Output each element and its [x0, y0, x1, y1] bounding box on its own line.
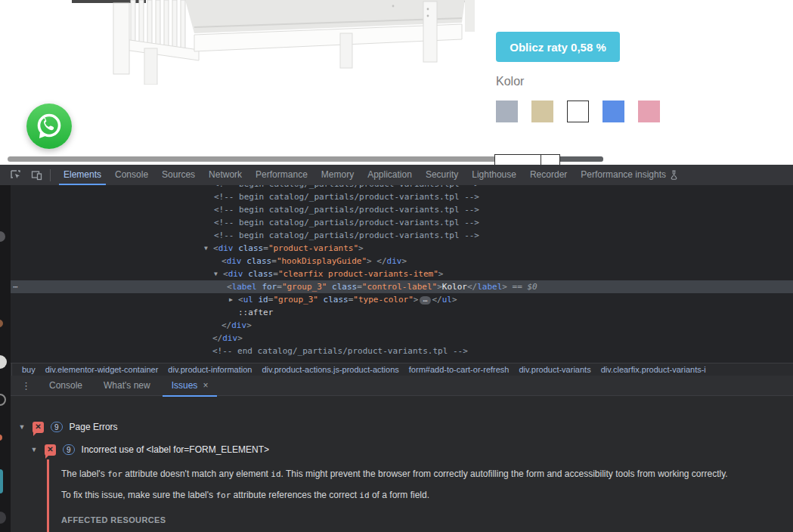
tab-label: Sources	[162, 165, 195, 185]
tab-security[interactable]: Security	[419, 165, 465, 185]
code-token: <!-- begin catalog/_partials/product-var…	[214, 192, 479, 202]
tab-lighthouse[interactable]: Lighthouse	[465, 165, 523, 185]
code-line[interactable]: <!-- end catalog/_partials/product-varia…	[11, 345, 793, 357]
code-token: =	[273, 269, 278, 279]
screen: Oblicz raty 0,58 % Kolor ElementsCon	[0, 0, 793, 532]
code-token: >	[237, 333, 243, 343]
code-line[interactable]: </div>	[11, 319, 793, 332]
code-line[interactable]: <!-- begin catalog/_partials/product-var…	[11, 203, 793, 216]
tab-sources[interactable]: Sources	[155, 165, 202, 185]
code-token: id	[271, 469, 280, 479]
code-token: <!-- begin catalog/_partials/product-var…	[214, 218, 479, 227]
code-token: "control-label"	[362, 282, 437, 292]
issue-detail: The label's for attribute doesn't match …	[47, 459, 793, 532]
tree-right-arrow-icon[interactable]: ▶	[229, 293, 233, 306]
code-token: div	[228, 269, 243, 279]
tab-elements[interactable]: Elements	[57, 165, 108, 185]
expand-children-button[interactable]: …	[420, 296, 430, 305]
swatch-blue[interactable]	[602, 101, 624, 122]
tab-application[interactable]: Application	[361, 165, 419, 185]
code-line[interactable]: <div class="hookDisplayGuide"> </div>	[11, 255, 793, 268]
tab-recorder[interactable]: Recorder	[523, 165, 574, 185]
code-token: for	[262, 282, 277, 292]
drawer-tab-issues[interactable]: Issues×	[161, 376, 219, 396]
tab-memory[interactable]: Memory	[314, 165, 361, 185]
code-line[interactable]: <!-- begin catalog/_partials/product-var…	[11, 216, 793, 229]
code-line[interactable]: ⋯<label for="group_3" class="control-lab…	[11, 280, 793, 293]
close-tab-icon[interactable]: ×	[203, 376, 208, 395]
left-edge-strip	[0, 185, 11, 532]
tab-network[interactable]: Network	[202, 165, 249, 185]
code-token: "group_3"	[282, 282, 327, 292]
page-error-icon: ✕	[33, 422, 44, 433]
code-line[interactable]: ::after	[11, 306, 793, 319]
tree-down-arrow-icon[interactable]: ▼	[204, 242, 208, 255]
code-token: id	[259, 295, 268, 305]
expand-triangle-icon[interactable]: ▼	[30, 446, 38, 453]
swatch-gray[interactable]	[496, 101, 518, 122]
swatch-pink[interactable]	[638, 101, 660, 122]
tab-label: Performance	[256, 165, 308, 185]
affected-resources-heading: AFFECTED RESOURCES	[61, 515, 166, 524]
webpage-area: Oblicz raty 0,58 % Kolor	[0, 0, 793, 165]
drawer-tab-console[interactable]: Console	[39, 376, 93, 396]
code-line[interactable]: </div>	[11, 332, 793, 345]
toolbar-divider	[50, 169, 51, 181]
text: attribute references the correct	[231, 490, 359, 500]
breadcrumb-item[interactable]: div.product-actions.js-product-actions	[262, 365, 398, 374]
installment-calculator-button[interactable]: Oblicz raty 0,58 %	[496, 32, 620, 62]
code-lines: <!-- begin catalog/_partials/product-var…	[11, 185, 793, 357]
issue-title: Incorrect use of <label for=FORM_ELEMENT…	[82, 444, 269, 455]
drawer-tab-what-s-new[interactable]: What's new	[93, 376, 161, 396]
node-options-icon[interactable]: ⋯	[13, 280, 19, 293]
devtools-tabbar: ElementsConsoleSourcesNetworkPerformance…	[0, 165, 793, 185]
swatch-beige[interactable]	[531, 101, 553, 122]
elements-tree: <!-- begin catalog/_partials/product-var…	[11, 185, 793, 363]
tab-performance[interactable]: Performance	[249, 165, 314, 185]
code-token: <!-- begin catalog/_partials/product-var…	[214, 230, 479, 240]
tab-label: Memory	[321, 165, 354, 185]
code-line[interactable]: ▼<div class="clearfix product-variants-i…	[11, 268, 793, 280]
tab-label: Elements	[64, 165, 101, 185]
breadcrumb-item[interactable]: buy	[22, 365, 36, 374]
code-token: <	[221, 256, 227, 266]
device-toolbar-icon[interactable]	[30, 169, 42, 181]
inspect-element-icon[interactable]	[9, 169, 21, 181]
tab-performance-insights[interactable]: Performance insights	[574, 165, 685, 185]
code-token: >	[367, 256, 372, 266]
color-swatches	[496, 101, 660, 122]
code-token	[318, 295, 324, 305]
issue-row[interactable]: ▼ ✕ 9 Incorrect use of <label for=FORM_E…	[30, 441, 269, 459]
code-line[interactable]: ▼<div class="product-variants">	[11, 242, 793, 255]
breadcrumb-item[interactable]: form#add-to-cart-or-refresh	[409, 365, 510, 374]
devtools-tabbar-tabs: ElementsConsoleSourcesNetworkPerformance…	[57, 165, 685, 185]
breadcrumb-item[interactable]: div.product-information	[168, 365, 252, 374]
elements-breadcrumbs: ◀ buydiv.elementor-widget-containerdiv.p…	[0, 363, 793, 376]
devtools-drawer: ⋮ ConsoleWhat's newIssues× ▼ ✕ 9 Page Er…	[0, 376, 793, 532]
code-token: <	[213, 243, 218, 253]
whatsapp-button[interactable]	[26, 104, 72, 149]
code-token: <!-- end catalog/_partials/product-varia…	[212, 346, 468, 356]
tab-console[interactable]: Console	[108, 165, 155, 185]
text: attribute doesn't match any element	[122, 469, 271, 479]
code-line[interactable]: <!-- begin catalog/_partials/product-var…	[11, 185, 793, 190]
issue-group-row[interactable]: ▼ ✕ 9 Page Errors	[18, 418, 118, 436]
horizontal-scrollbar-end[interactable]	[559, 156, 603, 162]
breadcrumb-item[interactable]: div.product-variants	[519, 365, 590, 374]
code-line[interactable]: <!-- begin catalog/_partials/product-var…	[11, 229, 793, 242]
expand-triangle-icon[interactable]: ▼	[18, 423, 26, 431]
code-token: =	[271, 256, 277, 266]
swatch-white[interactable]	[567, 101, 589, 122]
breadcrumb-item[interactable]: div.elementor-widget-container	[45, 365, 159, 374]
code-token: class	[238, 243, 263, 253]
code-line[interactable]: ▶<ul id="group_3" class="type-color">…</…	[11, 293, 793, 306]
drawer-menu-icon[interactable]: ⋮	[21, 380, 31, 391]
code-token: <!-- begin catalog/_partials/product-var…	[214, 185, 479, 189]
breadcrumb-item[interactable]: div.clearfix.product-variants-i	[601, 365, 706, 374]
tab-label: Performance insights	[581, 165, 666, 185]
quantity-box[interactable]	[494, 154, 560, 165]
tree-down-arrow-icon[interactable]: ▼	[214, 268, 218, 280]
code-token: >	[246, 320, 252, 330]
code-line[interactable]: <!-- begin catalog/_partials/product-var…	[11, 190, 793, 203]
code-token: class	[324, 295, 348, 305]
